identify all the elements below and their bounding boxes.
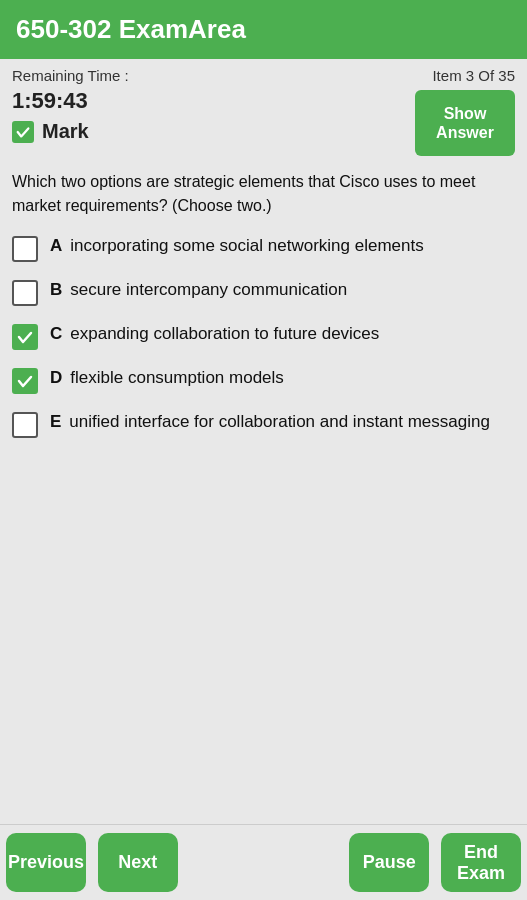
timer: 1:59:43 bbox=[12, 88, 129, 114]
app-title: 650-302 ExamArea bbox=[16, 14, 246, 44]
option-label-d: Dflexible consumption models bbox=[50, 366, 284, 390]
option-checkbox-a[interactable] bbox=[12, 236, 38, 262]
option-label-e: Eunified interface for collaboration and… bbox=[50, 410, 490, 434]
item-counter: Item 3 Of 35 bbox=[432, 67, 515, 84]
end-exam-button[interactable]: End Exam bbox=[441, 833, 521, 892]
option-row-a: Aincorporating some social networking el… bbox=[12, 234, 515, 262]
option-letter-b: B bbox=[50, 280, 62, 299]
mark-row: Mark bbox=[12, 120, 129, 143]
app-header: 650-302 ExamArea bbox=[0, 0, 527, 59]
mark-label: Mark bbox=[42, 120, 89, 143]
option-letter-e: E bbox=[50, 412, 61, 431]
option-row-c: Cexpanding collaboration to future devic… bbox=[12, 322, 515, 350]
left-meta: Remaining Time : 1:59:43 Mark bbox=[12, 67, 129, 143]
option-checkbox-e[interactable] bbox=[12, 412, 38, 438]
footer-spacer bbox=[184, 825, 344, 900]
sub-header: Remaining Time : 1:59:43 Mark Item 3 Of … bbox=[0, 59, 527, 156]
right-meta: Item 3 Of 35 Show Answer bbox=[415, 67, 515, 156]
option-letter-a: A bbox=[50, 236, 62, 255]
previous-button[interactable]: Previous bbox=[6, 833, 86, 892]
option-checkbox-b[interactable] bbox=[12, 280, 38, 306]
show-answer-button[interactable]: Show Answer bbox=[415, 90, 515, 156]
footer: Previous Next Pause End Exam bbox=[0, 824, 527, 900]
question-text: Which two options are strategic elements… bbox=[12, 170, 515, 218]
option-row-b: Bsecure intercompany communication bbox=[12, 278, 515, 306]
pause-button[interactable]: Pause bbox=[349, 833, 429, 892]
option-row-e: Eunified interface for collaboration and… bbox=[12, 410, 515, 438]
remaining-label: Remaining Time : bbox=[12, 67, 129, 84]
next-button[interactable]: Next bbox=[98, 833, 178, 892]
option-checkbox-d[interactable] bbox=[12, 368, 38, 394]
options-container: Aincorporating some social networking el… bbox=[12, 234, 515, 438]
option-label-c: Cexpanding collaboration to future devic… bbox=[50, 322, 379, 346]
option-letter-c: C bbox=[50, 324, 62, 343]
option-row-d: Dflexible consumption models bbox=[12, 366, 515, 394]
option-letter-d: D bbox=[50, 368, 62, 387]
option-label-b: Bsecure intercompany communication bbox=[50, 278, 347, 302]
option-checkbox-c[interactable] bbox=[12, 324, 38, 350]
question-area: Which two options are strategic elements… bbox=[0, 156, 527, 824]
mark-checkbox[interactable] bbox=[12, 121, 34, 143]
option-label-a: Aincorporating some social networking el… bbox=[50, 234, 424, 258]
